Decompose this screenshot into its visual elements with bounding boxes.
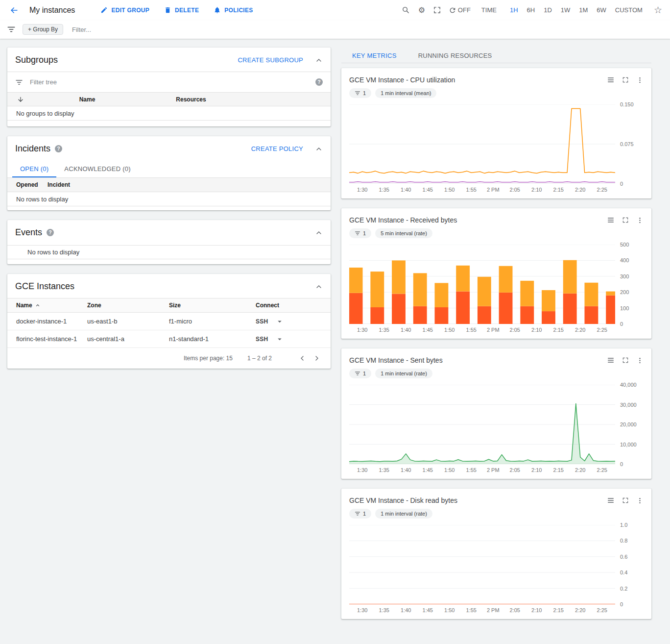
filter-icon[interactable] [7, 25, 16, 34]
chevron-up-icon[interactable] [315, 229, 323, 237]
filter-input[interactable] [72, 26, 663, 33]
chart-fullscreen-icon[interactable] [622, 497, 629, 504]
chart-fullscreen-icon[interactable] [622, 76, 629, 83]
y-axis-label: 0.150 [620, 101, 634, 107]
refresh-state-label: OFF [458, 6, 471, 14]
x-axis-label: 2:20 [575, 607, 585, 613]
refresh-icon [449, 6, 456, 14]
time-range-6h[interactable]: 6H [523, 4, 540, 16]
time-range-6w[interactable]: 6W [592, 4, 611, 16]
x-axis-label: 2:10 [531, 187, 542, 193]
chart-legend-icon[interactable] [607, 356, 615, 364]
chart-card-cpu-utilization: GCE VM Instance - CPU utilization11 min … [341, 68, 651, 198]
instance-zone: us-east1-b [87, 318, 169, 325]
chart-canvas [349, 525, 615, 604]
prev-page-icon[interactable] [298, 354, 306, 362]
tab-key-metrics[interactable]: KEY METRICS [341, 48, 407, 63]
chart-fullscreen-icon[interactable] [622, 217, 629, 223]
subgroups-card: Subgroups CREATE SUBGROUP ? Name Resourc… [7, 48, 331, 126]
chart-plot-received-bytes: 5004003002001000 [349, 245, 615, 324]
star-icon[interactable]: ☆ [654, 4, 662, 16]
policies-label: POLICIES [224, 7, 253, 14]
ssh-button[interactable]: SSH [256, 318, 268, 325]
next-page-icon[interactable] [313, 354, 321, 362]
time-range-1h[interactable]: 1H [505, 4, 523, 16]
x-axis-label: 2:25 [597, 327, 607, 333]
ssh-options-caret-icon[interactable] [275, 335, 284, 344]
x-axis-label: 2:05 [510, 187, 520, 193]
bell-icon [214, 6, 221, 14]
help-icon[interactable]: ? [55, 145, 62, 152]
filter-tree-input[interactable] [30, 78, 311, 86]
filter-count-chip[interactable]: 1 [349, 509, 371, 519]
x-axis-label: 1:50 [444, 467, 455, 473]
ssh-options-caret-icon[interactable] [275, 317, 284, 326]
instance-size: n1-standard-1 [169, 335, 248, 343]
x-axis-label: 1:55 [466, 327, 477, 333]
chart-legend-icon[interactable] [607, 76, 615, 84]
chart-more-vert-icon[interactable] [636, 497, 644, 504]
x-axis-label: 2 PM [487, 607, 500, 613]
interval-chip[interactable]: 1 min interval (rate) [375, 369, 432, 378]
charts-container: GCE VM Instance - CPU utilization11 min … [341, 68, 651, 619]
table-row: docker-instance-1us-east1-bf1-microSSH [7, 313, 331, 330]
help-icon[interactable]: ? [47, 229, 54, 236]
gce-col-size[interactable]: Size [169, 302, 248, 309]
edit-group-button[interactable]: EDIT GROUP [100, 6, 149, 14]
y-axis-label: 40,000 [620, 382, 637, 388]
x-axis-label: 2:15 [553, 607, 564, 613]
incidents-col-opened: Opened [7, 181, 40, 188]
tab-open-incidents[interactable]: OPEN (0) [12, 160, 56, 177]
fullscreen-icon[interactable] [431, 4, 444, 17]
subgroups-table-header: Name Resources [7, 92, 331, 106]
x-axis-label: 1:45 [423, 467, 433, 473]
time-range-custom[interactable]: CUSTOM [611, 4, 647, 16]
policies-button[interactable]: POLICIES [214, 6, 253, 14]
tab-acknowledged-incidents[interactable]: ACKNOWLEDGED (0) [56, 160, 138, 177]
instance-name: docker-instance-1 [7, 318, 87, 325]
create-policy-button[interactable]: CREATE POLICY [251, 145, 303, 152]
x-axis-label: 1:30 [357, 327, 367, 333]
chart-canvas [349, 245, 615, 324]
chart-more-vert-icon[interactable] [636, 217, 644, 224]
time-label: TIME [481, 6, 497, 14]
ssh-button[interactable]: SSH [256, 336, 268, 343]
filter-icon [15, 78, 23, 86]
time-range-1d[interactable]: 1D [539, 4, 556, 16]
chart-fullscreen-icon[interactable] [622, 357, 629, 364]
time-range-1w[interactable]: 1W [556, 4, 575, 16]
gce-col-name[interactable]: Name [16, 302, 32, 309]
filter-count-chip[interactable]: 1 [349, 228, 371, 238]
x-axis-label: 2:10 [531, 467, 542, 473]
chevron-up-icon[interactable] [315, 283, 323, 291]
interval-chip[interactable]: 5 min interval (rate) [375, 228, 432, 238]
gear-icon[interactable]: ⚙ [415, 4, 428, 17]
chart-legend-icon[interactable] [607, 216, 615, 224]
x-axis-label: 1:30 [357, 187, 367, 193]
tab-running-resources[interactable]: RUNNING RESOURCES [407, 48, 503, 63]
chart-more-vert-icon[interactable] [636, 357, 644, 364]
instance-zone: us-central1-a [87, 335, 169, 343]
time-range-1m[interactable]: 1M [574, 4, 592, 16]
auto-refresh-toggle[interactable]: OFF [449, 6, 471, 14]
chevron-up-icon[interactable] [315, 56, 323, 64]
filter-count-chip[interactable]: 1 [349, 88, 371, 98]
create-subgroup-button[interactable]: CREATE SUBGROUP [238, 56, 303, 64]
gce-col-zone[interactable]: Zone [87, 302, 169, 309]
sort-down-icon[interactable] [7, 96, 34, 103]
interval-chip[interactable]: 1 min interval (mean) [375, 88, 436, 98]
delete-button[interactable]: DELETE [164, 6, 199, 14]
x-axis-label: 1:45 [423, 187, 433, 193]
back-arrow-icon[interactable] [8, 4, 21, 16]
help-icon[interactable]: ? [315, 78, 323, 86]
chevron-up-icon[interactable] [315, 145, 323, 153]
x-axis-label: 2:05 [510, 607, 520, 613]
chart-more-vert-icon[interactable] [636, 76, 644, 84]
incidents-title: Incidents [15, 144, 50, 154]
group-by-chip[interactable]: + Group By [23, 24, 63, 35]
interval-chip[interactable]: 1 min interval (rate) [375, 509, 432, 519]
x-axis-label: 2:05 [510, 467, 520, 473]
filter-count-chip[interactable]: 1 [349, 369, 371, 378]
search-icon[interactable] [400, 4, 412, 17]
chart-legend-icon[interactable] [607, 496, 615, 504]
